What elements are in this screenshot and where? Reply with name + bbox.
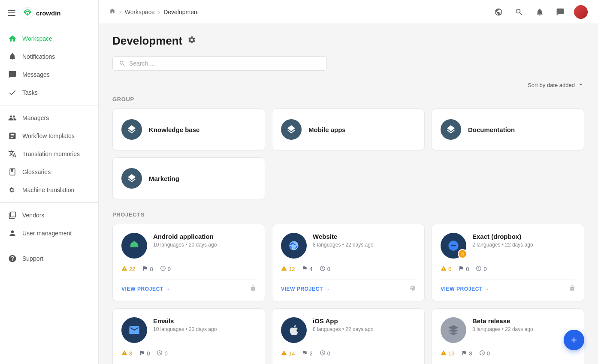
page-title: Development <box>112 34 182 48</box>
breadcrumb-separator-1: › <box>119 9 121 15</box>
workflow-icon <box>8 131 17 141</box>
sidebar-item-notifications[interactable]: Notifications <box>0 48 98 66</box>
sidebar-item-tasks[interactable]: Tasks <box>0 84 98 102</box>
project-card-bottom-android: VIEW PROJECT → <box>121 280 256 292</box>
warn-icon <box>441 265 447 273</box>
group-card-marketing[interactable]: Marketing <box>112 157 265 199</box>
glossaries-icon <box>8 167 17 177</box>
projects-section-header: Projects <box>112 211 584 218</box>
group-name-documentation: Documentation <box>468 126 515 133</box>
view-project-link-android[interactable]: VIEW PROJECT → <box>121 286 171 292</box>
sidebar-item-user-management[interactable]: User management <box>0 224 98 242</box>
stat-clock-emails: 0 <box>157 350 167 357</box>
arrow-icon: → <box>325 286 330 292</box>
group-card-knowledge_base[interactable]: Knowledge base <box>112 108 265 150</box>
sidebar-item-workspace-label: Workspace <box>22 35 52 42</box>
user-avatar[interactable] <box>574 5 588 19</box>
sidebar-item-translation-memories[interactable]: Translation memories <box>0 145 98 163</box>
sort-arrow-icon[interactable] <box>577 81 584 89</box>
sidebar-item-messages[interactable]: Messages <box>0 66 98 84</box>
project-name-beta: Beta release <box>472 317 575 325</box>
project-card-android[interactable]: Android application 10 languages • 20 da… <box>112 224 265 301</box>
search-bar <box>112 56 327 71</box>
view-project-link-website[interactable]: VIEW PROJECT → <box>281 286 330 292</box>
group-card-documentation[interactable]: Documentation <box>432 108 584 150</box>
flag-icon <box>302 350 308 357</box>
view-project-link-exact[interactable]: VIEW PROJECT → <box>441 286 490 292</box>
sidebar-item-managers[interactable]: Managers <box>0 109 98 127</box>
hamburger-menu[interactable] <box>8 10 15 16</box>
flag-icon <box>458 265 464 273</box>
project-meta-beta: 8 languages • 22 days ago <box>472 326 575 332</box>
sidebar-item-glossaries[interactable]: Glossaries <box>0 163 98 181</box>
sidebar-nav: Workspace Notifications Messages Tasks <box>0 26 98 364</box>
warn-count: 22 <box>129 266 135 272</box>
privacy-icon-website <box>410 285 416 292</box>
stat-clock-android: 0 <box>160 265 171 273</box>
vendors-icon <box>8 211 17 220</box>
project-card-bottom-exact: VIEW PROJECT → <box>441 280 575 292</box>
project-card-website[interactable]: Website 8 languages • 22 days ago 12 4 0… <box>272 224 425 301</box>
stat-warn-emails: 8 <box>121 350 132 357</box>
group-name-marketing: Marketing <box>149 175 179 182</box>
add-fab-icon: + <box>571 334 577 346</box>
clock-count: 0 <box>164 350 167 357</box>
project-name-ios: iOS App <box>313 317 416 325</box>
messages-icon[interactable] <box>553 5 567 19</box>
sidebar-item-vendors[interactable]: Vendors <box>0 206 98 224</box>
arrow-icon: → <box>165 286 171 292</box>
machine-translation-icon <box>8 185 17 195</box>
project-card-emails[interactable]: Emails 10 languages • 20 days ago 8 0 0 … <box>112 308 265 364</box>
flag-count: 2 <box>309 350 312 357</box>
notifications-bell-icon[interactable] <box>533 5 547 19</box>
sidebar-item-glossaries-label: Glossaries <box>22 168 51 175</box>
project-stats-exact: 0 0 0 <box>441 265 575 273</box>
sidebar-item-tasks-label: Tasks <box>22 89 38 96</box>
project-card-beta[interactable]: Beta release 8 languages • 22 days ago 1… <box>432 308 584 364</box>
sidebar-item-translation-memories-label: Translation memories <box>22 150 80 157</box>
project-card-exact[interactable]: ⏸ Exact (dropbox) 2 languages • 22 days … <box>432 224 584 301</box>
project-card-ios[interactable]: iOS App 8 languages • 22 days ago 14 2 0… <box>272 308 425 364</box>
stat-flag-android: 8 <box>142 265 153 273</box>
project-name-exact: Exact (dropbox) <box>472 233 575 240</box>
sidebar-item-support[interactable]: Support <box>0 250 98 268</box>
project-info-emails: Emails 10 languages • 20 days ago <box>153 317 256 332</box>
privacy-icon-exact <box>569 285 575 292</box>
settings-icon[interactable] <box>187 36 196 46</box>
group-icon-knowledge_base <box>121 119 142 140</box>
warn-icon <box>121 350 127 357</box>
topbar: › Workspace › Development <box>99 0 598 24</box>
project-meta-android: 10 languages • 20 days ago <box>153 242 256 248</box>
clock-icon <box>157 350 163 357</box>
project-meta-exact: 2 languages • 22 days ago <box>472 242 575 248</box>
stat-clock-exact: 0 <box>476 265 486 273</box>
breadcrumb-separator-2: › <box>158 9 160 15</box>
group-icon-documentation <box>441 119 461 140</box>
stat-warn-beta: 13 <box>441 350 454 357</box>
sidebar-item-workflow-templates[interactable]: Workflow templates <box>0 127 98 145</box>
sidebar: crowdin Workspace Notifications Messages <box>0 0 99 364</box>
add-fab-button[interactable]: + <box>564 330 584 350</box>
search-icon[interactable] <box>512 5 526 19</box>
sort-label[interactable]: Sort by date added <box>528 82 575 88</box>
warn-count: 13 <box>448 350 454 357</box>
sidebar-item-workspace[interactable]: Workspace <box>0 30 98 48</box>
project-avatar-exact: ⏸ <box>441 233 466 259</box>
project-info-website: Website 8 languages • 22 days ago <box>313 233 416 248</box>
arrow-icon: → <box>484 286 490 292</box>
breadcrumb-workspace[interactable]: Workspace <box>125 9 155 15</box>
project-card-top: Beta release 8 languages • 22 days ago <box>441 317 575 343</box>
group-card-mobile_apps[interactable]: Mobile apps <box>272 108 425 150</box>
project-name-android: Android application <box>153 233 256 240</box>
project-card-top: Website 8 languages • 22 days ago <box>281 233 416 259</box>
sidebar-item-machine-translation[interactable]: Machine translation <box>0 181 98 199</box>
search-input[interactable] <box>129 60 320 67</box>
clock-icon <box>476 265 482 273</box>
flag-count: 0 <box>466 266 469 272</box>
topbar-actions <box>492 5 588 19</box>
warn-count: 12 <box>289 266 295 272</box>
project-avatar-android <box>121 233 147 259</box>
page-header: Development <box>112 34 584 48</box>
project-stats-beta: 13 8 0 <box>441 350 575 357</box>
globe-icon[interactable] <box>492 5 505 19</box>
